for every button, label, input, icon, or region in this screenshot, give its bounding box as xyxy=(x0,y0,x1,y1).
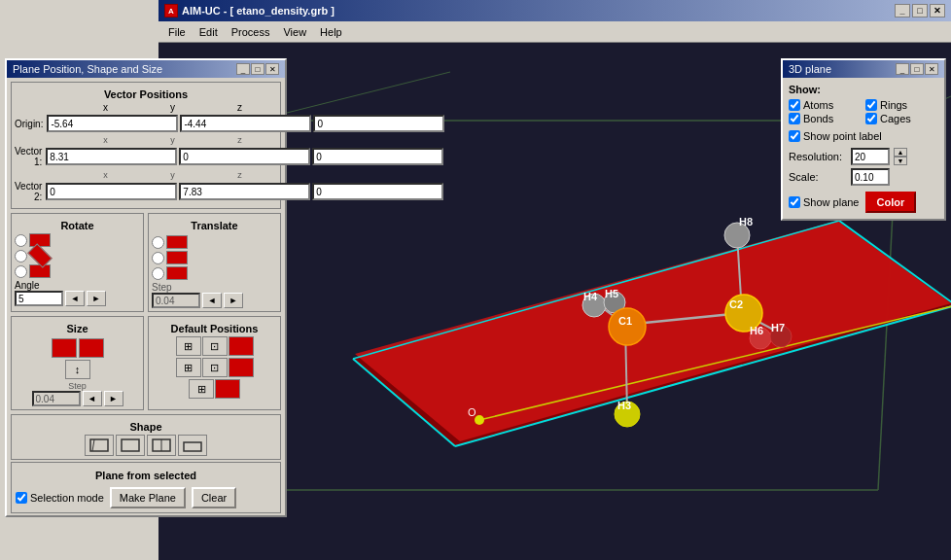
def-pos-1[interactable]: ⊞ xyxy=(176,336,201,356)
svg-text:H3: H3 xyxy=(617,400,631,411)
rotate-header: Rotate xyxy=(15,217,140,233)
vector1-x-input[interactable] xyxy=(46,148,177,165)
cages-checkbox[interactable] xyxy=(865,113,877,124)
size-step-label: Step xyxy=(15,381,140,391)
trans-z-radio[interactable] xyxy=(152,267,164,280)
resolution-row: Resolution: ▲ ▼ xyxy=(789,148,938,165)
trans-y-radio[interactable] xyxy=(152,252,164,264)
origin-z-input[interactable] xyxy=(313,115,444,132)
def-pos-6[interactable] xyxy=(229,358,254,377)
shape-1[interactable] xyxy=(85,435,114,456)
svg-text:H5: H5 xyxy=(605,288,618,299)
menu-help[interactable]: Help xyxy=(314,24,348,40)
minimize-button[interactable]: _ xyxy=(895,4,910,18)
main-window-controls: _ □ ✕ xyxy=(895,4,945,18)
rotate-right-btn[interactable]: ► xyxy=(87,291,106,306)
size-icon-2 xyxy=(79,338,104,358)
scale-input[interactable] xyxy=(851,168,890,186)
rings-row: Rings xyxy=(865,99,938,111)
trans-z-icon xyxy=(166,266,188,280)
vector-positions-section: Vector Positions x y z Origin: x y z Vec… xyxy=(11,82,281,209)
origin-x-input[interactable] xyxy=(47,115,178,132)
main-title-bar: A AIM-UC - [ etano_density.grb ] _ □ ✕ xyxy=(158,0,951,21)
def-pos-8[interactable] xyxy=(215,379,240,399)
def-pos-7[interactable]: ⊞ xyxy=(189,379,214,399)
vector2-z-input[interactable] xyxy=(312,183,443,200)
rotate-x-radio[interactable] xyxy=(15,234,27,247)
svg-text:H4: H4 xyxy=(583,291,598,302)
rings-checkbox[interactable] xyxy=(865,99,877,111)
plane-panel-buttons: _ □ ✕ xyxy=(236,63,279,75)
vector2-y-input[interactable] xyxy=(179,183,310,200)
make-plane-button[interactable]: Make Plane xyxy=(110,487,186,508)
plane-panel-close[interactable]: ✕ xyxy=(265,63,279,75)
size-section: Size ↕ Step ◄ ► xyxy=(11,316,144,410)
maximize-button[interactable]: □ xyxy=(912,4,928,18)
resolution-down[interactable]: ▼ xyxy=(894,157,907,165)
resolution-up[interactable]: ▲ xyxy=(894,148,907,157)
resolution-input[interactable] xyxy=(851,148,890,165)
plane-panel-minimize[interactable]: _ xyxy=(236,63,250,75)
selection-mode-label: Selection mode xyxy=(30,492,104,504)
vector2-x-input[interactable] xyxy=(46,183,177,200)
menu-process[interactable]: Process xyxy=(226,24,276,40)
show-plane-label: Show plane xyxy=(803,196,860,208)
plane3d-close[interactable]: ✕ xyxy=(925,63,938,75)
translate-right-btn[interactable]: ► xyxy=(224,293,243,308)
size-defaults-row: Size ↕ Step ◄ ► Default Positions ⊞ ⊡ xyxy=(11,316,281,410)
vector1-y-input[interactable] xyxy=(179,148,310,165)
svg-text:O: O xyxy=(468,406,476,418)
size-icon-3: ↕ xyxy=(65,360,90,379)
clear-button[interactable]: Clear xyxy=(192,487,236,508)
plane-panel-maximize[interactable]: □ xyxy=(251,63,264,75)
app-title: AIM-UC - [ etano_density.grb ] xyxy=(182,5,335,17)
plane-panel-title-bar: Plane Position, Shape and Size _ □ ✕ xyxy=(7,60,285,78)
trans-y-icon xyxy=(166,251,188,264)
bonds-checkbox[interactable] xyxy=(789,113,800,124)
origin-y-input[interactable] xyxy=(180,115,311,132)
rotate-x-icon xyxy=(29,233,51,247)
rotate-z-radio[interactable] xyxy=(15,265,27,278)
angle-input[interactable] xyxy=(15,291,63,306)
show-plane-check-group: Show plane xyxy=(789,196,860,208)
menu-file[interactable]: File xyxy=(162,24,192,40)
def-pos-4[interactable]: ⊞ xyxy=(176,358,201,377)
shape-4[interactable] xyxy=(178,435,207,456)
def-pos-5[interactable]: ⊡ xyxy=(202,358,228,377)
def-pos-2[interactable]: ⊡ xyxy=(202,336,228,356)
shape-3[interactable] xyxy=(147,435,176,456)
selection-mode-checkbox[interactable] xyxy=(16,492,27,504)
bonds-row: Bonds xyxy=(789,113,862,124)
menu-bar: File Edit Process View Help xyxy=(158,21,951,43)
size-shrink-btn[interactable]: ◄ xyxy=(83,391,102,406)
size-step-input[interactable] xyxy=(32,391,81,406)
def-pos-3[interactable] xyxy=(229,336,254,356)
plane3d-maximize[interactable]: □ xyxy=(910,63,924,75)
translate-step-input[interactable] xyxy=(152,293,200,308)
translate-section: Translate Step ◄ ► xyxy=(148,213,281,312)
plane3d-content: Show: Atoms Rings Bonds Cages Show point… xyxy=(783,78,944,219)
svg-text:H7: H7 xyxy=(771,322,785,333)
svg-point-30 xyxy=(609,308,646,345)
plane3d-panel: 3D plane _ □ ✕ Show: Atoms Rings Bonds C xyxy=(781,58,946,221)
close-button[interactable]: ✕ xyxy=(930,4,945,18)
rotate-left-btn[interactable]: ◄ xyxy=(65,291,85,306)
translate-left-btn[interactable]: ◄ xyxy=(202,293,222,308)
size-header: Size xyxy=(15,320,140,336)
rotate-y-radio[interactable] xyxy=(15,250,27,262)
menu-edit[interactable]: Edit xyxy=(194,24,224,40)
shape-2[interactable] xyxy=(116,435,145,456)
show-plane-checkbox[interactable] xyxy=(789,196,800,208)
color-button[interactable]: Color xyxy=(865,192,917,213)
show-point-label-checkbox[interactable] xyxy=(789,130,800,142)
plane3d-minimize[interactable]: _ xyxy=(896,63,909,75)
plane3d-title: 3D plane xyxy=(789,63,831,75)
vector1-z-input[interactable] xyxy=(312,148,443,165)
show-checkboxes: Atoms Rings Bonds Cages xyxy=(789,99,938,124)
size-grow-btn[interactable]: ► xyxy=(104,391,123,406)
vector2-label: Vector 2: xyxy=(15,181,44,202)
atoms-checkbox[interactable] xyxy=(789,99,800,111)
trans-x-radio[interactable] xyxy=(152,236,164,249)
menu-view[interactable]: View xyxy=(277,24,312,40)
col-z-header: z xyxy=(206,102,273,113)
